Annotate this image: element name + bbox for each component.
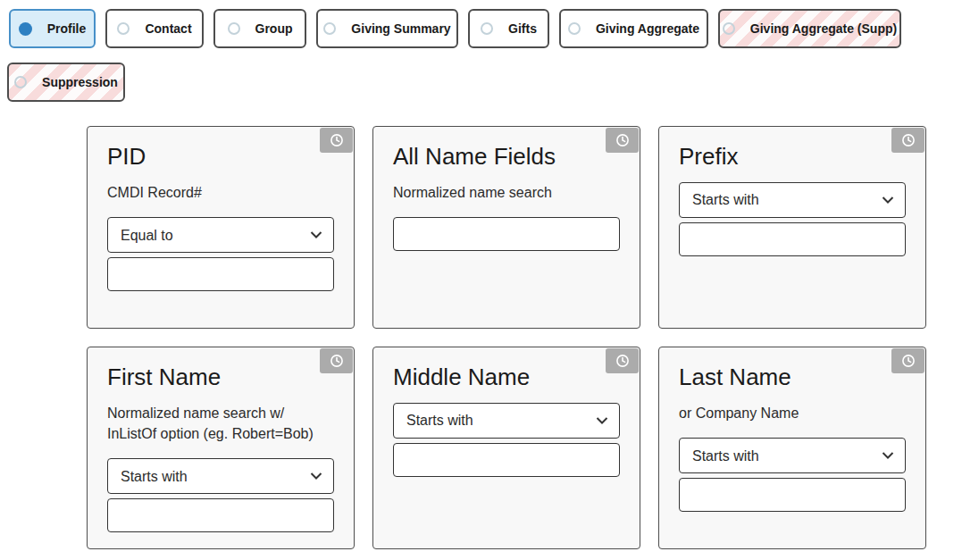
card-subtitle: CMDI Record#: [107, 182, 334, 203]
radio-selected-icon: [19, 22, 32, 36]
filter-card-first-name: First Name Normalized name search w/ InL…: [87, 347, 355, 549]
tab-label: Gifts: [508, 21, 537, 36]
search-category-tabs-row-1: Profile Contact Group Giving Summary Gif…: [9, 9, 962, 48]
history-button[interactable]: [891, 128, 924, 153]
value-input[interactable]: [393, 217, 620, 251]
card-title: First Name: [107, 364, 334, 391]
tab-label: Contact: [145, 21, 191, 36]
tab-label: Profile: [47, 21, 87, 36]
clock-icon: [901, 133, 916, 147]
operator-select[interactable]: Equal to: [107, 217, 334, 253]
value-input[interactable]: [393, 443, 620, 477]
history-button[interactable]: [320, 348, 353, 373]
tab-giving-aggregate-supp[interactable]: Giving Aggregate (Supp): [718, 9, 901, 48]
tab-label: Group: [255, 21, 293, 36]
card-subtitle: Normalized name search: [393, 182, 620, 203]
history-button[interactable]: [606, 128, 639, 153]
filter-card-all-name-fields: All Name Fields Normalized name search: [372, 126, 640, 329]
value-input[interactable]: [679, 478, 906, 512]
clock-icon: [901, 354, 916, 368]
card-subtitle: or Company Name: [679, 403, 906, 423]
tab-label: Giving Aggregate (Supp): [750, 21, 897, 36]
search-category-tabs-row-2: Suppression: [7, 63, 962, 102]
tab-label: Suppression: [42, 75, 118, 89]
operator-select[interactable]: Starts with: [393, 403, 620, 439]
filter-cards-grid: PID CMDI Record# Equal to All Name Field…: [87, 126, 962, 549]
clock-icon: [615, 354, 630, 368]
tab-label: Giving Aggregate: [596, 21, 699, 36]
radio-icon: [481, 22, 493, 35]
radio-icon: [14, 76, 27, 88]
value-input[interactable]: [107, 257, 334, 291]
tab-suppression[interactable]: Suppression: [7, 63, 125, 102]
tab-giving-aggregate[interactable]: Giving Aggregate: [559, 9, 708, 48]
filter-card-pid: PID CMDI Record# Equal to: [87, 126, 355, 329]
radio-icon: [117, 22, 130, 35]
value-input[interactable]: [679, 222, 906, 256]
tab-profile[interactable]: Profile: [9, 9, 96, 48]
radio-icon: [723, 22, 735, 35]
card-subtitle: Normalized name search w/ InListOf optio…: [107, 403, 334, 444]
radio-icon: [228, 22, 240, 35]
radio-icon: [323, 22, 336, 35]
history-button[interactable]: [606, 348, 639, 373]
tab-label: Giving Summary: [351, 21, 450, 36]
clock-icon: [330, 133, 344, 147]
clock-icon: [330, 354, 344, 368]
tab-contact[interactable]: Contact: [105, 9, 204, 48]
filter-card-middle-name: Middle Name Starts with: [372, 347, 640, 549]
value-input[interactable]: [107, 498, 334, 532]
operator-select[interactable]: Starts with: [679, 438, 906, 473]
card-title: All Name Fields: [393, 144, 620, 171]
card-title: Last Name: [679, 364, 906, 391]
history-button[interactable]: [320, 128, 353, 153]
history-button[interactable]: [891, 348, 924, 373]
card-title: Prefix: [679, 144, 906, 171]
operator-select[interactable]: Starts with: [679, 182, 906, 218]
radio-icon: [568, 22, 581, 35]
clock-icon: [615, 133, 630, 147]
tab-group[interactable]: Group: [213, 9, 306, 48]
card-title: PID: [107, 144, 334, 171]
tab-gifts[interactable]: Gifts: [468, 9, 549, 48]
operator-select[interactable]: Starts with: [107, 458, 334, 494]
tab-giving-summary[interactable]: Giving Summary: [316, 9, 458, 48]
card-title: Middle Name: [393, 364, 620, 391]
filter-card-prefix: Prefix Starts with: [658, 126, 926, 329]
filter-card-last-name: Last Name or Company Name Starts with: [658, 347, 926, 549]
